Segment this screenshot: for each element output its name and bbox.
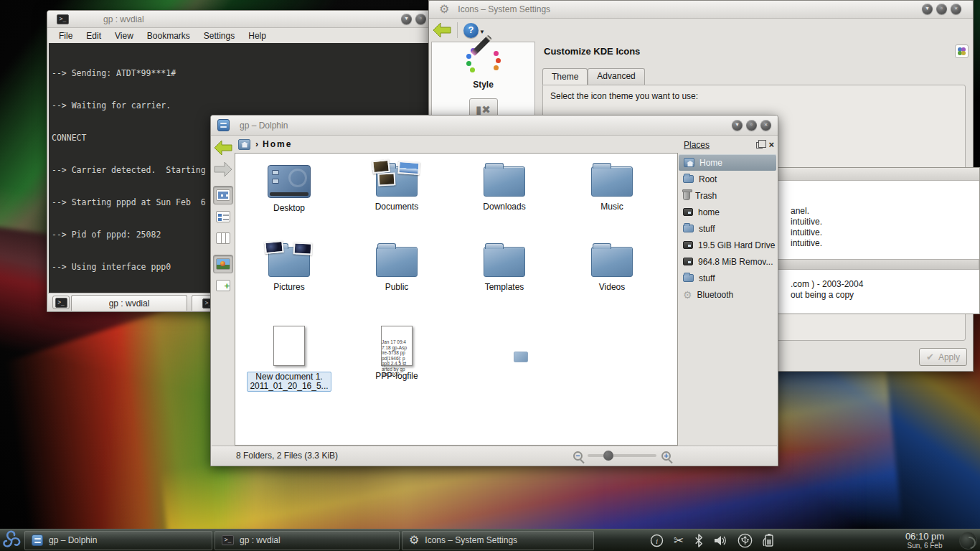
icons-view-button[interactable]	[213, 186, 233, 204]
new-tab-button[interactable]: >_	[52, 296, 70, 309]
close-panel-icon[interactable]: ×	[768, 141, 774, 149]
desktop-folder-icon	[268, 165, 311, 198]
close-button[interactable]: ×	[951, 4, 961, 14]
split-view-icon	[216, 280, 230, 291]
folder-icon	[484, 166, 525, 197]
terminal-tab[interactable]: gp : wvdial	[71, 295, 187, 311]
zoom-slider-handle[interactable]	[603, 451, 613, 461]
folder-item-videos[interactable]: Videos	[558, 235, 666, 316]
folder-item-public[interactable]: Public	[343, 235, 451, 316]
folder-icon	[591, 166, 633, 197]
home-icon	[684, 158, 694, 167]
zoom-slider[interactable]	[588, 454, 656, 457]
folder-item-downloads[interactable]: Downloads	[451, 155, 558, 235]
menu-file[interactable]: File	[59, 31, 72, 41]
dolphin-title: gp – Dolphin	[240, 121, 288, 131]
folder-icon	[683, 175, 694, 183]
tab-advanced[interactable]: Advanced	[588, 68, 644, 85]
terminal-menubar: File Edit View Bookmarks Settings Help	[48, 28, 441, 43]
places-title: Places	[684, 140, 710, 150]
minimize-button[interactable]: ▾	[401, 14, 412, 24]
apply-button[interactable]: ✔ Apply	[919, 348, 967, 366]
svg-text:i: i	[656, 537, 658, 545]
hard-drive-icon	[683, 241, 693, 249]
details-view-button[interactable]	[213, 207, 233, 226]
split-view-button[interactable]	[213, 276, 233, 295]
dolphin-titlebar[interactable]: gp – Dolphin ▾ ▫ ×	[211, 116, 778, 136]
launcher-logo-icon[interactable]	[1, 529, 22, 551]
preview-icon	[216, 258, 230, 270]
info-icon[interactable]: i	[650, 534, 664, 547]
menu-edit[interactable]: Edit	[86, 31, 101, 41]
desktop: >_ gp : wvdial ▾ ▫ × File Edit View Book…	[0, 0, 980, 551]
menu-settings[interactable]: Settings	[204, 31, 235, 41]
sidebar-item-style[interactable]: Style	[432, 47, 534, 90]
clock[interactable]: 06:10 pm Sun, 6 Feb	[897, 532, 953, 550]
back-button[interactable]	[213, 138, 233, 157]
folder-icon	[591, 247, 633, 277]
tab-theme[interactable]: Theme	[542, 68, 588, 85]
gear-icon: ⚙	[683, 290, 692, 300]
taskbar-task-dolphin[interactable]: gp – Dolphin	[24, 531, 212, 550]
menu-view[interactable]: View	[115, 31, 133, 41]
file-item-ppp-logfile[interactable]: Jan 17 09:4 7:18 gp-Asp ire-5738 pp pd[1…	[343, 316, 451, 396]
places-item-stuff[interactable]: stuff	[678, 220, 777, 237]
terminal-titlebar[interactable]: >_ gp : wvdial ▾ ▫ ×	[47, 11, 442, 28]
maximize-button[interactable]: ▫	[936, 4, 947, 14]
taskbar-task-system-settings[interactable]: ⚙ Icons – System Settings	[402, 531, 594, 550]
zoom-out-icon[interactable]: −	[573, 451, 583, 461]
hard-drive-icon	[683, 208, 693, 216]
usb-device-icon[interactable]	[738, 533, 753, 548]
file-item-new-document[interactable]: New document 1. 2011_01_20_16_5...	[235, 316, 343, 396]
zoom-control: − +	[573, 451, 671, 461]
maximize-button[interactable]: ▫	[746, 120, 757, 131]
places-item-bluetooth[interactable]: ⚙Bluetooth	[678, 286, 777, 303]
preview-toggle-button[interactable]	[213, 255, 233, 273]
maximize-button[interactable]: ▫	[415, 14, 426, 24]
menu-help[interactable]: Help	[248, 31, 266, 41]
minimize-button[interactable]: ▾	[732, 120, 743, 131]
settings-titlebar[interactable]: ⚙ Icons – System Settings ▾ ▫ ×	[429, 1, 973, 19]
places-item-root[interactable]: Root	[678, 171, 777, 187]
places-item-home[interactable]: Home	[679, 154, 776, 171]
float-panel-icon[interactable]	[756, 142, 763, 149]
places-item-hard-drive[interactable]: 19.5 GiB Hard Drive	[678, 237, 777, 253]
places-item-home-partition[interactable]: home	[678, 204, 777, 220]
help-button[interactable]: ? ▼	[463, 23, 479, 38]
folder-item-templates[interactable]: Templates	[451, 235, 558, 316]
close-button[interactable]: ×	[760, 120, 771, 131]
places-panel: Places × Home Root Trash home stuff 19.5…	[678, 136, 777, 446]
volume-icon[interactable]	[714, 534, 727, 547]
folder-icon	[683, 225, 694, 232]
folder-icon	[683, 274, 694, 282]
places-item-stuff2[interactable]: stuff	[678, 270, 777, 286]
folder-item-documents[interactable]: Documents	[343, 155, 451, 235]
places-item-removable[interactable]: 964.8 MiB Remov...	[678, 253, 777, 270]
toolbar-separator	[457, 22, 458, 38]
klipper-scissors-icon[interactable]: ✂	[674, 533, 684, 548]
columns-view-button[interactable]	[213, 229, 233, 248]
folder-item-pictures[interactable]: Pictures	[235, 235, 343, 316]
home-icon[interactable]	[238, 139, 250, 150]
panel-toolbox-icon[interactable]	[959, 532, 977, 550]
icon-grid: Desktop Documents Downloads	[235, 155, 666, 396]
forward-button[interactable]	[213, 160, 233, 179]
dolphin-statusbar: 8 Folders, 2 Files (3.3 KiB) − +	[212, 446, 777, 465]
back-icon[interactable]	[433, 22, 451, 38]
battery-icon[interactable]	[763, 533, 775, 547]
dolphin-icon	[217, 119, 230, 131]
zoom-in-icon[interactable]: +	[661, 451, 671, 461]
system-tray: i ✂	[650, 533, 775, 548]
places-item-trash[interactable]: Trash	[678, 187, 777, 204]
clock-time: 06:10 pm	[897, 532, 953, 542]
folder-view[interactable]: Desktop Documents Downloads	[235, 153, 678, 446]
breadcrumb-home[interactable]: Home	[263, 139, 292, 149]
forward-icon	[214, 161, 232, 177]
minimize-button[interactable]: ▾	[922, 4, 933, 14]
menu-bookmarks[interactable]: Bookmarks	[147, 31, 190, 41]
folder-item-music[interactable]: Music	[558, 155, 666, 235]
folder-item-desktop[interactable]: Desktop	[235, 155, 343, 235]
gear-icon: ⚙	[439, 4, 449, 15]
bluetooth-icon[interactable]	[694, 534, 704, 547]
taskbar-task-wvdial[interactable]: >_ gp : wvdial	[215, 531, 400, 550]
